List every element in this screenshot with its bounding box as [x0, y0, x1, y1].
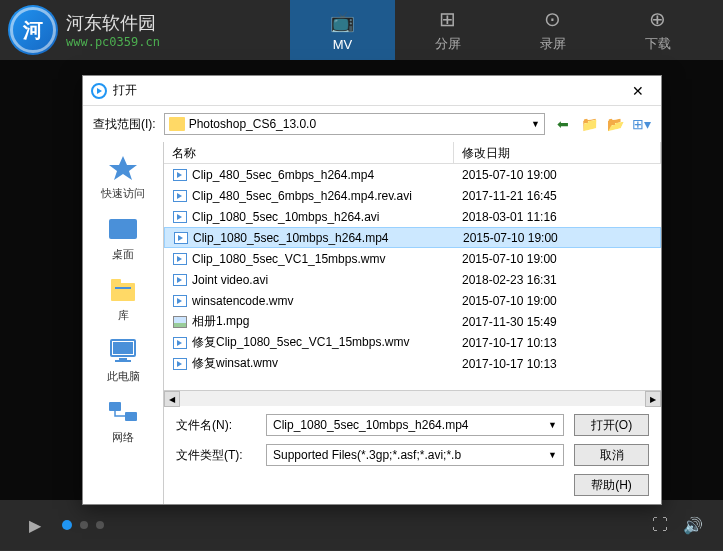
- cancel-button[interactable]: 取消: [574, 444, 649, 466]
- sidebar-library[interactable]: 库: [105, 274, 141, 323]
- file-name: Joint video.avi: [192, 273, 462, 287]
- file-name: Clip_480_5sec_6mbps_h264.mp4.rev.avi: [192, 189, 462, 203]
- tab-download[interactable]: ⊕ 下载: [605, 0, 710, 60]
- player-controls: ▶ ⛶ 🔊: [0, 500, 723, 550]
- play-button[interactable]: ▶: [20, 510, 50, 540]
- filename-label: 文件名(N):: [176, 417, 256, 434]
- dot-active[interactable]: [62, 520, 72, 530]
- computer-icon: [105, 335, 141, 367]
- file-type-icon: [172, 293, 188, 309]
- file-type-icon: [172, 335, 188, 351]
- fullscreen-icon[interactable]: ⛶: [652, 516, 668, 534]
- library-icon: [105, 274, 141, 306]
- column-name[interactable]: 名称: [164, 142, 454, 163]
- file-name: 相册1.mpg: [192, 313, 462, 330]
- folder-dropdown[interactable]: Photoshop_CS6_13.0.0 ▼: [164, 113, 545, 135]
- scroll-left-icon[interactable]: ◀: [164, 391, 180, 407]
- svg-rect-9: [109, 402, 121, 411]
- star-icon: [105, 152, 141, 184]
- svg-rect-2: [111, 283, 135, 301]
- tab-label: MV: [333, 37, 353, 52]
- tv-icon: 📺: [330, 9, 355, 33]
- sidebar-label: 桌面: [112, 247, 134, 262]
- volume-icon[interactable]: 🔊: [683, 516, 703, 535]
- logo-area: 河 河东软件园 www.pc0359.cn: [0, 5, 290, 55]
- file-date: 2015-07-10 19:00: [462, 252, 557, 266]
- dialog-toolbar: 查找范围(I): Photoshop_CS6_13.0.0 ▼ ⬅ 📁 📂 ⊞▾: [83, 106, 661, 142]
- sidebar-network[interactable]: 网络: [105, 396, 141, 445]
- file-date: 2017-11-30 15:49: [462, 315, 557, 329]
- file-type-icon: [173, 230, 189, 246]
- file-type-icon: [172, 188, 188, 204]
- network-icon: [105, 396, 141, 428]
- file-type-icon: [172, 251, 188, 267]
- chevron-down-icon: ▼: [548, 450, 557, 460]
- file-row[interactable]: Clip_1080_5sec_VC1_15mbps.wmv2015-07-10 …: [164, 248, 661, 269]
- file-date: 2018-02-23 16:31: [462, 273, 557, 287]
- file-name: 修复Clip_1080_5sec_VC1_15mbps.wmv: [192, 334, 462, 351]
- file-row[interactable]: Clip_480_5sec_6mbps_h264.mp4.rev.avi2017…: [164, 185, 661, 206]
- scroll-right-icon[interactable]: ▶: [645, 391, 661, 407]
- tab-record[interactable]: ⊙ 录屏: [500, 0, 605, 60]
- grid-icon: ⊞: [439, 7, 456, 31]
- record-icon: ⊙: [544, 7, 561, 31]
- file-row[interactable]: 修复Clip_1080_5sec_VC1_15mbps.wmv2017-10-1…: [164, 332, 661, 353]
- close-button[interactable]: ✕: [623, 81, 653, 101]
- new-folder-icon[interactable]: 📂: [605, 114, 625, 134]
- scroll-track[interactable]: [180, 391, 645, 406]
- file-list[interactable]: Clip_480_5sec_6mbps_h264.mp42015-07-10 1…: [164, 164, 661, 390]
- logo-url: www.pc0359.cn: [66, 35, 160, 49]
- tab-label: 分屏: [435, 35, 461, 53]
- file-row[interactable]: 修复winsat.wmv2017-10-17 10:13: [164, 353, 661, 374]
- help-button[interactable]: 帮助(H): [574, 474, 649, 496]
- logo-title: 河东软件园: [66, 11, 160, 35]
- sidebar-thispc[interactable]: 此电脑: [105, 335, 141, 384]
- file-name: winsatencode.wmv: [192, 294, 462, 308]
- file-name: Clip_1080_5sec_VC1_15mbps.wmv: [192, 252, 462, 266]
- up-folder-icon[interactable]: 📁: [579, 114, 599, 134]
- logo-icon: 河: [8, 5, 58, 55]
- file-row[interactable]: Joint video.avi2018-02-23 16:31: [164, 269, 661, 290]
- file-list-area: 名称 修改日期 Clip_480_5sec_6mbps_h264.mp42015…: [163, 142, 661, 504]
- page-indicator: [62, 520, 104, 530]
- column-date[interactable]: 修改日期: [454, 142, 661, 163]
- tab-label: 下载: [645, 35, 671, 53]
- places-sidebar: 快速访问 桌面 库 此电脑 网络: [83, 142, 163, 504]
- file-row[interactable]: Clip_480_5sec_6mbps_h264.mp42015-07-10 1…: [164, 164, 661, 185]
- view-menu-icon[interactable]: ⊞▾: [631, 114, 651, 134]
- back-icon[interactable]: ⬅: [553, 114, 573, 134]
- folder-name: Photoshop_CS6_13.0.0: [189, 117, 316, 131]
- dot[interactable]: [80, 521, 88, 529]
- sidebar-quick-access[interactable]: 快速访问: [101, 152, 145, 201]
- horizontal-scrollbar[interactable]: ◀ ▶: [164, 390, 661, 406]
- tab-split[interactable]: ⊞ 分屏: [395, 0, 500, 60]
- dialog-footer: 文件名(N): Clip_1080_5sec_10mbps_h264.mp4 ▼…: [164, 406, 661, 504]
- dot[interactable]: [96, 521, 104, 529]
- tab-mv[interactable]: 📺 MV: [290, 0, 395, 60]
- file-name: Clip_1080_5sec_10mbps_h264.mp4: [193, 231, 463, 245]
- sidebar-label: 库: [118, 308, 129, 323]
- filename-input[interactable]: Clip_1080_5sec_10mbps_h264.mp4 ▼: [266, 414, 564, 436]
- sidebar-label: 快速访问: [101, 186, 145, 201]
- filename-value: Clip_1080_5sec_10mbps_h264.mp4: [273, 418, 468, 432]
- file-row[interactable]: Clip_1080_5sec_10mbps_h264.avi2018-03-01…: [164, 206, 661, 227]
- svg-rect-7: [119, 358, 127, 360]
- sidebar-label: 此电脑: [107, 369, 140, 384]
- folder-icon: [169, 117, 185, 131]
- file-open-dialog: 打开 ✕ 查找范围(I): Photoshop_CS6_13.0.0 ▼ ⬅ 📁…: [82, 75, 662, 505]
- file-row[interactable]: Clip_1080_5sec_10mbps_h264.mp42015-07-10…: [164, 227, 661, 248]
- file-name: Clip_480_5sec_6mbps_h264.mp4: [192, 168, 462, 182]
- svg-rect-6: [113, 342, 133, 354]
- open-button[interactable]: 打开(O): [574, 414, 649, 436]
- app-header: 河 河东软件园 www.pc0359.cn 📺 MV ⊞ 分屏 ⊙ 录屏 ⊕ 下…: [0, 0, 723, 60]
- filetype-dropdown[interactable]: Supported Files(*.3gp;*.asf;*.avi;*.b ▼: [266, 444, 564, 466]
- file-row[interactable]: 相册1.mpg2017-11-30 15:49: [164, 311, 661, 332]
- sidebar-desktop[interactable]: 桌面: [105, 213, 141, 262]
- svg-rect-4: [115, 287, 131, 289]
- file-date: 2017-10-17 10:13: [462, 357, 557, 371]
- filetype-label: 文件类型(T):: [176, 447, 256, 464]
- file-row[interactable]: winsatencode.wmv2015-07-10 19:00: [164, 290, 661, 311]
- svg-rect-1: [109, 219, 137, 239]
- file-name: 修复winsat.wmv: [192, 355, 462, 372]
- dialog-titlebar[interactable]: 打开 ✕: [83, 76, 661, 106]
